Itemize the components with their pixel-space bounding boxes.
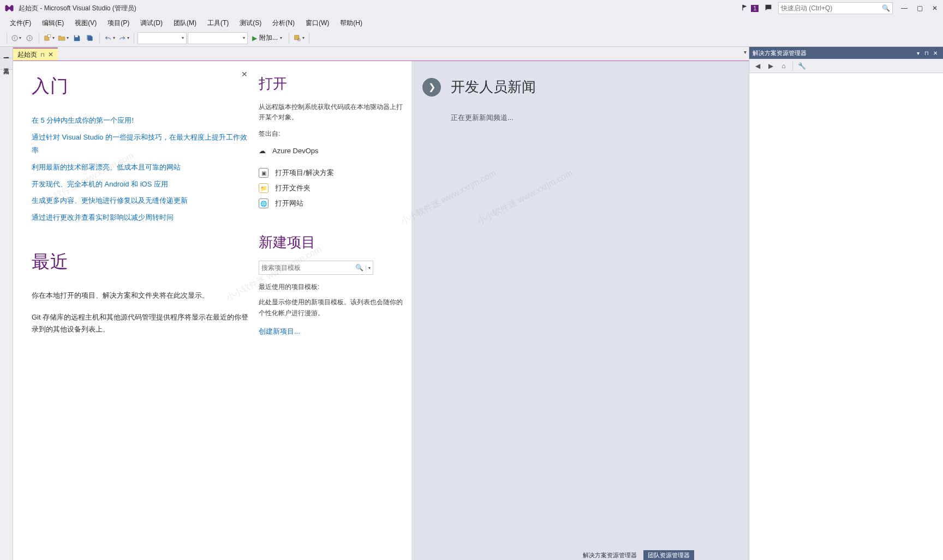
open-desc: 从远程版本控制系统获取代码或在本地驱动器上打开某个对象。: [259, 102, 404, 123]
save-button[interactable]: [71, 32, 83, 44]
new-project-button[interactable]: [43, 32, 56, 44]
checkout-label: 签出自:: [259, 129, 404, 139]
tab-overflow-icon[interactable]: ▾: [744, 49, 747, 55]
open-heading: 打开: [259, 74, 404, 93]
solution-explorer-header[interactable]: 解决方案资源管理器 ▾ ⊓ ✕: [749, 47, 943, 59]
gs-link-3[interactable]: 开发现代、完全本机的 Android 和 iOS 应用: [32, 178, 251, 191]
getting-started-heading: 入门: [32, 74, 251, 99]
azure-label: Azure DevOps: [272, 147, 319, 155]
news-loading-text: 正在更新新闻频道...: [422, 113, 738, 123]
open-folder-item[interactable]: 📁 打开文件夹: [259, 180, 404, 196]
cloud-icon: ☁: [259, 147, 266, 155]
bottom-tab-team[interactable]: 团队资源管理器: [643, 550, 694, 561]
nav-back-button[interactable]: [10, 32, 22, 44]
search-icon[interactable]: 🔍: [355, 264, 363, 272]
close-getting-started-icon[interactable]: ✕: [241, 70, 248, 79]
start-debug-button[interactable]: ▶ 附加... ▾: [249, 33, 285, 43]
open-folder-label: 打开文件夹: [275, 183, 311, 193]
close-button[interactable]: ✕: [931, 4, 939, 12]
globe-icon: 🌐: [259, 198, 268, 208]
start-page-tab[interactable]: 起始页 ⊓ ✕: [13, 47, 58, 61]
save-all-button[interactable]: [84, 32, 96, 44]
undo-button[interactable]: [103, 32, 116, 44]
gs-link-0[interactable]: 在 5 分钟内生成你的第一个应用!: [32, 114, 251, 128]
window-title: 起始页 - Microsoft Visual Studio (管理员): [19, 4, 136, 13]
solution-explorer-panel: 解决方案资源管理器 ▾ ⊓ ✕ ◀ ▶ ⌂ 🔧: [749, 47, 943, 560]
svg-rect-3: [48, 34, 51, 37]
tab-label: 起始页: [17, 50, 37, 59]
quick-launch[interactable]: 🔍: [778, 2, 893, 14]
menu-tools[interactable]: 工具(T): [202, 17, 234, 29]
toolbar: ▶ 附加... ▾: [0, 29, 943, 47]
gs-link-5[interactable]: 通过进行更改并查看实时影响以减少周转时间: [32, 211, 251, 225]
recent-templates-label: 最近使用的项目模板:: [259, 282, 404, 292]
recent-templates-text: 此处显示你使用的新项目模板。该列表也会随你的个性化帐户进行漫游。: [259, 297, 404, 318]
folder-icon: 📁: [259, 183, 268, 193]
gs-link-1[interactable]: 通过针对 Visual Studio 的一些提示和技巧，在最大程度上提升工作效率: [32, 131, 251, 158]
menu-window[interactable]: 窗口(W): [300, 17, 335, 29]
menu-team[interactable]: 团队(M): [168, 17, 202, 29]
menu-project[interactable]: 项目(P): [102, 17, 135, 29]
play-icon: ▶: [252, 34, 257, 42]
start-label: 附加...: [259, 33, 278, 43]
recent-heading: 最近: [32, 250, 251, 274]
gs-link-4[interactable]: 生成更多内容、更快地进行修复以及无缝传递更新: [32, 194, 251, 208]
nav-forward-button[interactable]: [23, 32, 35, 44]
redo-button[interactable]: [117, 32, 130, 44]
pin-icon[interactable]: ⊓: [40, 52, 45, 58]
menu-view[interactable]: 视图(V): [69, 17, 102, 29]
menu-analyze[interactable]: 分析(N): [267, 17, 300, 29]
forward-icon[interactable]: ▶: [765, 60, 777, 72]
menu-help[interactable]: 帮助(H): [335, 17, 368, 29]
news-collapse-button[interactable]: ❯: [422, 78, 441, 97]
open-website-item[interactable]: 🌐 打开网站: [259, 196, 404, 211]
menu-debug[interactable]: 调试(D): [135, 17, 168, 29]
tab-close-icon[interactable]: ✕: [48, 51, 53, 58]
open-project-label: 打开项目/解决方案: [275, 168, 334, 178]
gs-link-2[interactable]: 利用最新的技术部署漂亮、低成本且可靠的网站: [32, 161, 251, 174]
titlebar: 起始页 - Microsoft Visual Studio (管理员) 1 🔍 …: [0, 0, 943, 16]
search-dropdown-icon[interactable]: ▾: [366, 266, 371, 270]
news-heading: 开发人员新闻: [451, 77, 536, 97]
menu-edit[interactable]: 编辑(E): [37, 17, 69, 29]
project-icon: ▣: [259, 168, 268, 178]
solution-platform-combo[interactable]: [188, 32, 248, 44]
notification-badge: 1: [751, 5, 759, 12]
back-icon[interactable]: ◀: [751, 60, 763, 72]
vs-logo-icon: [4, 3, 14, 13]
home-icon[interactable]: ⌂: [778, 60, 790, 72]
menu-file[interactable]: 文件(F): [4, 17, 37, 29]
panel-dropdown-icon[interactable]: ▾: [914, 50, 922, 56]
create-new-project-link[interactable]: 创建新项目...: [259, 325, 404, 339]
azure-devops-item[interactable]: ☁ Azure DevOps: [259, 144, 404, 158]
template-search[interactable]: 🔍 ▾: [259, 261, 373, 275]
bottom-tab-strip: 解决方案资源管理器 团队资源管理器: [578, 550, 938, 560]
developer-news-panel: ❯ 开发人员新闻 正在更新新闻频道... 小小软件迷 www.xxrjm.com…: [411, 61, 749, 560]
recent-text-1: 你在本地打开的项目、解决方案和文件夹将在此次显示。: [32, 290, 251, 302]
notification-area[interactable]: 1: [741, 4, 759, 13]
open-file-button[interactable]: [57, 32, 70, 44]
panel-close-icon[interactable]: ✕: [931, 50, 940, 56]
svg-rect-4: [75, 35, 78, 37]
flag-icon: [741, 4, 749, 13]
solution-config-combo[interactable]: [138, 32, 187, 44]
svg-rect-5: [295, 35, 299, 39]
solution-explorer-toolbar: ◀ ▶ ⌂ 🔧: [749, 59, 943, 73]
open-website-label: 打开网站: [275, 198, 303, 208]
panel-pin-icon[interactable]: ⊓: [922, 50, 931, 56]
panel-title: 解决方案资源管理器: [753, 49, 807, 57]
feedback-icon[interactable]: [764, 3, 773, 14]
bottom-tab-solution[interactable]: 解决方案资源管理器: [578, 550, 641, 561]
solution-explorer-body: [749, 73, 943, 560]
server-explorer-tab[interactable]: 服务器资源管理器: [0, 47, 13, 58]
toolbox-tab[interactable]: 工具箱: [0, 58, 13, 70]
open-project-item[interactable]: ▣ 打开项目/解决方案: [259, 165, 404, 180]
template-search-input[interactable]: [261, 264, 355, 272]
quick-launch-input[interactable]: [781, 4, 882, 12]
menu-test[interactable]: 测试(S): [234, 17, 267, 29]
properties-icon[interactable]: 🔧: [796, 60, 808, 72]
find-button[interactable]: [293, 32, 306, 44]
minimize-button[interactable]: —: [900, 4, 908, 12]
search-icon: 🔍: [882, 4, 890, 12]
maximize-button[interactable]: ▢: [916, 4, 923, 12]
